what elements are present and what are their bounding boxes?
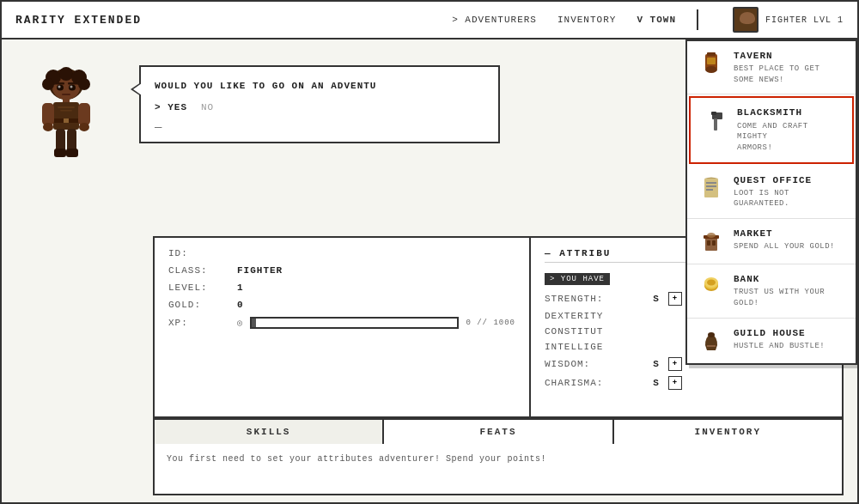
attr-strength-controls: S +: [648, 292, 682, 306]
attr-strength-plus[interactable]: +: [668, 292, 682, 306]
svg-point-21: [79, 123, 89, 131]
guild-icon: [698, 327, 725, 355]
svg-rect-33: [714, 118, 717, 131]
svg-rect-31: [707, 58, 716, 64]
guild-title: GUILD HOUSE: [734, 327, 845, 339]
xp-bar-container: ◎ 0 // 1000: [237, 317, 515, 329]
quest-title: QUEST OFFICE: [734, 174, 845, 186]
tavern-text: TAVERN BEST PLACE TO GETSOME NEWS!: [734, 50, 845, 85]
bank-title: BANK: [734, 273, 845, 285]
nav-town[interactable]: v TOWN: [637, 15, 676, 25]
app-container: RARITY EXTENDED > ADVENTURERS INVENTORY …: [0, 0, 859, 504]
svg-rect-29: [707, 52, 716, 56]
svg-point-30: [705, 66, 717, 73]
menu-item-guild[interactable]: GUILD HOUSE HUSTLE AND BUSTLE!: [687, 319, 856, 363]
level-value: 1: [237, 282, 244, 293]
attr-charisma-value: S: [648, 378, 665, 388]
stat-id-row: ID:: [168, 248, 515, 258]
quest-desc: LOOT IS NOTGUARANTEED.: [734, 188, 845, 209]
dialog-text: WOULD YOU LIKE TO GO ON AN ADVENTU: [155, 79, 484, 94]
market-title: MARKET: [734, 228, 845, 240]
attr-dexterity-label: DEXTERITY: [545, 311, 648, 321]
stat-class-row: CLASS: FIGHTER: [168, 265, 515, 276]
character-area: [2, 39, 139, 502]
blacksmith-title: BLACKSMITH: [737, 106, 842, 118]
nav-inventory[interactable]: INVENTORY: [557, 15, 616, 25]
market-text: MARKET SPEND ALL YOUR GOLD!: [734, 228, 845, 252]
menu-item-bank[interactable]: BANK TRUST US WITH YOURGOLD!: [687, 264, 856, 318]
blacksmith-text: BLACKSMITH COME AND CRAFT MIGHTYARMORS!: [737, 106, 842, 153]
xp-label: XP:: [168, 318, 237, 328]
tavern-title: TAVERN: [734, 50, 845, 62]
town-dropdown-menu: TAVERN BEST PLACE TO GETSOME NEWS! BLACK…: [685, 39, 857, 365]
tab-inventory[interactable]: INVENTORY: [614, 420, 842, 444]
you-have-banner: > YOU HAVE: [545, 273, 610, 285]
gold-label: GOLD:: [168, 300, 237, 310]
svg-rect-18: [42, 103, 54, 125]
quest-text: QUEST OFFICE LOOT IS NOTGUARANTEED.: [734, 174, 845, 209]
market-desc: SPEND ALL YOUR GOLD!: [734, 241, 845, 252]
stat-xp-row: XP: ◎ 0 // 1000: [168, 317, 515, 329]
nav-adventurers[interactable]: > ADVENTURERS: [452, 15, 537, 25]
svg-point-5: [42, 78, 54, 90]
dialog-yes-button[interactable]: YES: [155, 102, 187, 112]
svg-rect-12: [68, 82, 76, 85]
guild-text: GUILD HOUSE HUSTLE AND BUSTLE!: [734, 327, 845, 352]
id-label: ID:: [168, 248, 237, 258]
svg-point-48: [708, 332, 715, 337]
svg-rect-41: [707, 240, 710, 246]
svg-rect-13: [62, 94, 70, 95]
svg-point-47: [707, 280, 716, 286]
class-label: CLASS:: [168, 265, 237, 276]
character-svg: [27, 65, 105, 168]
menu-item-market[interactable]: MARKET SPEND ALL YOUR GOLD!: [687, 219, 856, 264]
blacksmith-icon: [701, 106, 728, 134]
dialog-cursor: _: [155, 116, 484, 130]
svg-rect-19: [78, 103, 90, 125]
svg-rect-37: [706, 185, 716, 187]
character-sprite: [27, 65, 113, 177]
menu-item-tavern[interactable]: TAVERN BEST PLACE TO GETSOME NEWS!: [687, 41, 856, 94]
class-value: FIGHTER: [237, 265, 283, 276]
attr-charisma-controls: S +: [648, 376, 682, 390]
svg-point-3: [59, 67, 73, 81]
dialog-no-button[interactable]: NO: [201, 102, 214, 112]
tab-feats[interactable]: FEATS: [384, 420, 613, 444]
xp-text: 0 // 1000: [466, 319, 515, 327]
svg-rect-26: [58, 106, 75, 108]
tab-skills[interactable]: SKILLS: [155, 420, 384, 444]
attr-strength-value: S: [648, 294, 665, 304]
svg-rect-15: [53, 102, 79, 130]
attr-wisdom-plus[interactable]: +: [668, 357, 682, 371]
app-title: RARITY EXTENDED: [15, 14, 142, 27]
svg-point-20: [43, 123, 53, 131]
tavern-desc: BEST PLACE TO GETSOME NEWS!: [734, 64, 845, 85]
attr-charisma-row: CHARISMA: S +: [545, 376, 828, 390]
avatar: [733, 7, 758, 33]
dialog-options: YES NO: [155, 102, 484, 112]
svg-rect-36: [706, 182, 716, 184]
header: RARITY EXTENDED > ADVENTURERS INVENTORY …: [2, 2, 857, 39]
blacksmith-desc: COME AND CRAFT MIGHTYARMORS!: [737, 121, 842, 154]
svg-rect-24: [54, 149, 66, 157]
attr-intelligence-label: INTELLIGE: [545, 342, 648, 352]
guild-desc: HUSTLE AND BUSTLE!: [734, 341, 845, 352]
attr-wisdom-controls: S +: [648, 357, 682, 371]
main-content: WOULD YOU LIKE TO GO ON AN ADVENTU YES N…: [2, 39, 857, 502]
svg-rect-11: [56, 82, 64, 85]
gold-value: 0: [237, 300, 244, 310]
nav-divider: [697, 9, 698, 30]
attr-strength-label: STRENGTH:: [545, 294, 648, 304]
stats-left: ID: CLASS: FIGHTER LEVEL: 1 GOLD:: [153, 238, 531, 418]
menu-item-blacksmith[interactable]: BLACKSMITH COME AND CRAFT MIGHTYARMORS!: [689, 96, 854, 163]
attr-charisma-label: CHARISMA:: [545, 378, 648, 388]
attr-charisma-plus[interactable]: +: [668, 376, 682, 390]
svg-rect-25: [66, 149, 78, 157]
menu-item-quest[interactable]: QUEST OFFICE LOOT IS NOTGUARANTEED.: [687, 166, 856, 219]
header-character: FIGHTER LVL 1: [733, 7, 844, 33]
tavern-icon: [698, 50, 725, 77]
bank-desc: TRUST US WITH YOURGOLD!: [734, 287, 845, 308]
bank-text: BANK TRUST US WITH YOURGOLD!: [734, 273, 845, 308]
svg-point-10: [70, 86, 73, 88]
bottom-text: You first need to set your attributes ad…: [167, 452, 830, 466]
